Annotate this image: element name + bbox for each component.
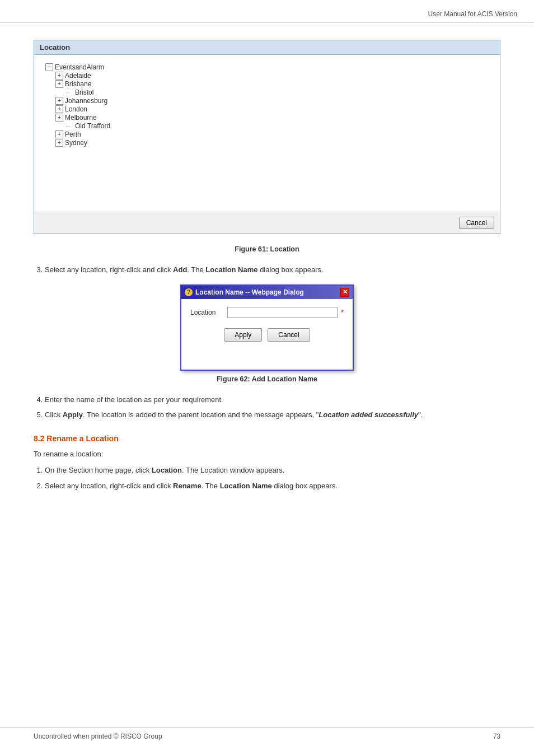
dialog-container: ? Location Name -- Webpage Dialog ✕ Loca… <box>34 284 500 371</box>
footer-right: 73 <box>493 732 500 740</box>
cancel-button[interactable]: Cancel <box>268 328 310 342</box>
rename-step-1: On the Section home page, click Location… <box>45 465 500 476</box>
list-item[interactable]: + London <box>55 105 489 113</box>
required-star: * <box>341 309 344 316</box>
step3-bold2: Location Name <box>205 265 257 274</box>
dialog-close-button[interactable]: ✕ <box>340 288 349 297</box>
list-item[interactable]: + Adelaide <box>55 72 489 80</box>
list-item[interactable]: + Brisbane <box>55 80 489 88</box>
expand-icon: + <box>55 139 63 147</box>
location-panel-header: Location <box>34 40 500 55</box>
steps-4-5: Enter the name of the location as per yo… <box>45 394 500 421</box>
section-82-heading: 8.2 Rename a Location <box>34 434 500 443</box>
panel-footer: Cancel <box>34 212 500 234</box>
tree-label: London <box>65 105 87 113</box>
list-item[interactable]: + Perth <box>55 130 489 138</box>
dialog-titlebar: ? Location Name -- Webpage Dialog ✕ <box>181 286 353 299</box>
step2-text1: Select any location, right-click and cli… <box>45 482 173 490</box>
figure61-caption: Figure 61: Location <box>34 245 500 253</box>
location-name-dialog: ? Location Name -- Webpage Dialog ✕ Loca… <box>180 284 354 371</box>
expand-icon: + <box>55 114 63 122</box>
step2-rename: Rename <box>173 482 202 490</box>
page-footer: Uncontrolled when printed © RISCO Group … <box>0 727 534 745</box>
list-item: ··· Old Trafford <box>55 122 489 130</box>
step5-text3: ". <box>418 410 423 419</box>
dialog-extra <box>181 353 353 370</box>
location-tree: − EventsandAlarm + Adelaide + <box>45 63 489 147</box>
list-item[interactable]: + Johannesburg <box>55 97 489 105</box>
list-item[interactable]: + Melbourne <box>55 114 489 122</box>
tree-label: Johannesburg <box>65 97 107 105</box>
step5-text2: . The location is added to the parent lo… <box>83 410 318 419</box>
rename-steps: On the Section home page, click Location… <box>45 465 500 491</box>
step5-apply: Apply <box>63 410 83 419</box>
step5-text1: Click <box>45 410 63 419</box>
location-label: Location <box>190 309 224 316</box>
tree-label: Old Trafford <box>75 122 110 130</box>
tree-children: + Adelaide + Brisbane ·· <box>55 72 489 147</box>
cancel-button[interactable]: Cancel <box>459 217 494 229</box>
step3-text3: dialog box appears. <box>258 265 324 274</box>
step2-text2: . The <box>202 482 220 490</box>
tree-root-label: EventsandAlarm <box>55 63 104 71</box>
dialog-title: Location Name -- Webpage Dialog <box>195 288 304 296</box>
list-item[interactable]: + Sydney <box>55 139 489 147</box>
expand-icon: + <box>55 130 63 138</box>
step3-text2: . The <box>187 265 205 274</box>
step3-bold: Add <box>173 265 187 274</box>
rename-intro: To rename a location: <box>34 449 500 460</box>
page-content: Location − EventsandAlarm + Adelaide <box>0 23 534 517</box>
tree-label: Brisbane <box>65 80 91 88</box>
tree-connector: ··· <box>65 123 73 129</box>
tree-label: Sydney <box>65 139 87 147</box>
step2-locname: Location Name <box>220 482 272 490</box>
expand-icon: + <box>55 72 63 80</box>
step1-text2: . The Location window appears. <box>182 466 284 474</box>
figure62-caption: Figure 62: Add Location Name <box>34 375 500 383</box>
location-input[interactable] <box>227 307 338 318</box>
step-list: Select any location, right-click and cli… <box>45 264 500 276</box>
rename-step-2: Select any location, right-click and cli… <box>45 480 500 492</box>
tree-label: Adelaide <box>65 72 91 80</box>
dialog-title-left: ? Location Name -- Webpage Dialog <box>185 288 304 296</box>
step5-message: Location added successfully <box>318 410 418 419</box>
step-3: Select any location, right-click and cli… <box>45 264 500 276</box>
step2-text3: dialog box appears. <box>272 482 338 490</box>
expand-icon: + <box>55 97 63 105</box>
tree-root-item[interactable]: − EventsandAlarm + Adelaide + <box>45 63 489 147</box>
step1-location: Location <box>152 466 182 474</box>
step-4: Enter the name of the location as per yo… <box>45 394 500 405</box>
step-5: Click Apply. The location is added to th… <box>45 409 500 421</box>
step4-text: Enter the name of the location as per yo… <box>45 395 223 404</box>
tree-label: Bristol <box>75 88 93 96</box>
footer-left: Uncontrolled when printed © RISCO Group <box>34 732 162 740</box>
collapse-icon: − <box>45 63 53 71</box>
tree-connector: ··· <box>65 90 73 96</box>
dialog-icon: ? <box>185 288 193 296</box>
apply-button[interactable]: Apply <box>224 328 262 342</box>
tree-label: Perth <box>65 130 81 138</box>
tree-label: Melbourne <box>65 114 97 122</box>
step3-text: Select any location, right-click and cli… <box>45 265 173 274</box>
list-item: ··· Bristol <box>55 88 489 96</box>
step1-text1: On the Section home page, click <box>45 466 152 474</box>
page-header: User Manual for ACIS Version <box>0 0 534 23</box>
header-title: User Manual for ACIS Version <box>428 10 517 18</box>
expand-icon: + <box>55 105 63 113</box>
dialog-buttons: Apply Cancel <box>190 326 344 348</box>
location-panel: Location − EventsandAlarm + Adelaide <box>34 40 500 234</box>
dialog-body: Location * Apply Cancel <box>181 299 353 353</box>
dialog-field: Location * <box>190 307 344 318</box>
expand-icon: + <box>55 80 63 88</box>
location-panel-body: − EventsandAlarm + Adelaide + <box>34 55 500 212</box>
